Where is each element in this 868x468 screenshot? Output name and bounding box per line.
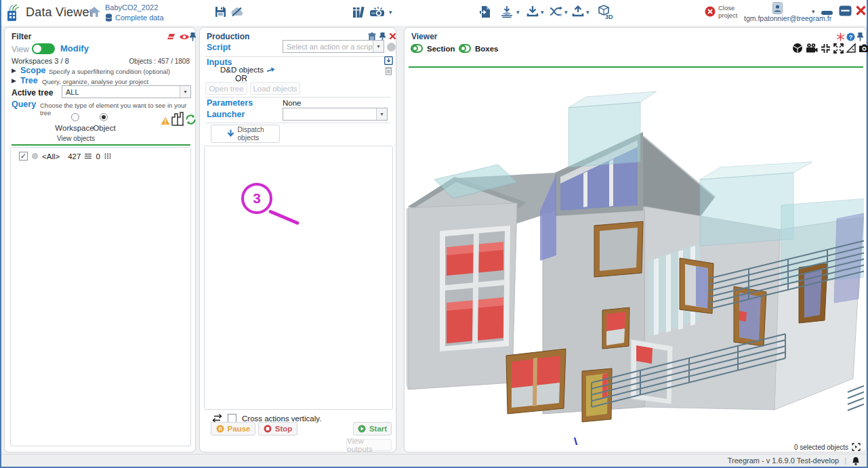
upload-caret[interactable]: ▾ bbox=[586, 9, 590, 16]
close-project-label[interactable]: Close project bbox=[718, 5, 738, 20]
shuffle-icon[interactable] bbox=[550, 6, 563, 17]
active-tree-select[interactable]: ALL ▾ bbox=[62, 85, 191, 98]
building-3d-model[interactable] bbox=[406, 68, 864, 445]
shuffle-caret[interactable]: ▾ bbox=[564, 9, 568, 16]
tree-list[interactable]: ✓ <All> 427 0 bbox=[10, 147, 191, 446]
filter-panel-title: Filter bbox=[12, 32, 31, 41]
cube-3d-icon[interactable]: 3D bbox=[598, 5, 614, 20]
measure-tool-icon[interactable] bbox=[846, 43, 856, 54]
workspace-radio[interactable] bbox=[71, 113, 79, 121]
projector-icon[interactable] bbox=[369, 6, 386, 18]
eraser-icon[interactable] bbox=[166, 33, 176, 41]
dnd-objects-row[interactable]: D&D objects bbox=[220, 66, 275, 74]
active-tree-label: Active tree bbox=[12, 88, 53, 98]
start-icon bbox=[358, 425, 366, 433]
section-toggle[interactable] bbox=[411, 44, 423, 53]
view-label: View bbox=[12, 45, 29, 54]
dispatch-button-label: Dispatch objects bbox=[238, 126, 264, 142]
download-caret[interactable]: ▾ bbox=[541, 9, 544, 16]
pin-icon[interactable] bbox=[856, 32, 864, 41]
help-icon[interactable]: ? bbox=[846, 33, 855, 41]
filter-panel: Filter View Modify Workspaces 3 / 8 Obje… bbox=[4, 27, 196, 452]
zoom-fit-in-icon[interactable] bbox=[821, 43, 831, 54]
status-bar: Treegram - v 1.6.9.0 Test-develop | bbox=[1, 454, 867, 467]
cloud-sync-disabled-icon[interactable] bbox=[230, 7, 245, 17]
boxes-toggle[interactable] bbox=[459, 44, 471, 53]
load-objects-button[interactable]: Load objects bbox=[250, 82, 300, 95]
eye-icon[interactable] bbox=[179, 33, 190, 41]
launcher-caret: ▾ bbox=[376, 108, 387, 120]
library-icon[interactable] bbox=[352, 5, 365, 18]
view-objects-label[interactable]: View objects bbox=[35, 135, 117, 142]
section-toggle-knob bbox=[412, 45, 418, 51]
top-toolbar: Data Viewer BabyCO2_2022 Complete data ▾… bbox=[1, 0, 867, 26]
production-panel-title: Production bbox=[207, 32, 249, 41]
start-button[interactable]: Start bbox=[353, 422, 392, 435]
import-stack-caret[interactable]: ▾ bbox=[516, 9, 520, 16]
object-radio[interactable] bbox=[100, 113, 108, 121]
projector-dropdown-caret[interactable]: ▾ bbox=[389, 9, 392, 16]
script-select[interactable]: Select an action or a script ▾ bbox=[283, 40, 384, 53]
scope-expander-icon[interactable]: ▶ bbox=[12, 67, 16, 74]
maximize-icon[interactable] bbox=[839, 5, 852, 16]
pause-button[interactable]: Pause bbox=[211, 422, 255, 435]
user-badge-icon[interactable] bbox=[772, 2, 783, 14]
building-view-icon[interactable] bbox=[171, 112, 184, 126]
modify-label[interactable]: Modify bbox=[60, 43, 89, 54]
scope-label[interactable]: Scope bbox=[20, 66, 46, 75]
project-data-link[interactable]: Complete data bbox=[115, 14, 164, 22]
dispatch-objects-button[interactable]: Dispatch objects bbox=[211, 125, 280, 143]
close-panel-icon[interactable] bbox=[389, 33, 396, 40]
minimize-icon[interactable] bbox=[821, 11, 833, 15]
import-onto-stack-icon[interactable] bbox=[500, 5, 514, 18]
dispatch-line2: objects bbox=[238, 134, 260, 142]
upload-icon[interactable] bbox=[572, 5, 584, 18]
pin-icon[interactable] bbox=[189, 32, 197, 41]
app-logo-icon bbox=[6, 3, 23, 22]
dnd-objects-label: D&D objects bbox=[220, 66, 264, 74]
section-toggle-label[interactable]: Section bbox=[427, 45, 455, 53]
account-dropdown-caret[interactable]: ▾ bbox=[812, 9, 815, 15]
orbit-cube-icon[interactable] bbox=[792, 43, 803, 54]
import-report-icon[interactable] bbox=[480, 5, 491, 18]
app-title: Data Viewer bbox=[26, 5, 94, 20]
tree-row-all[interactable]: ✓ <All> 427 0 bbox=[19, 152, 111, 161]
divider bbox=[205, 56, 390, 57]
refresh-icon[interactable] bbox=[185, 114, 197, 125]
view-modify-toggle[interactable] bbox=[32, 43, 55, 54]
zoom-extents-icon[interactable] bbox=[833, 43, 844, 54]
download-icon[interactable] bbox=[526, 5, 539, 18]
snapshot-camera-icon[interactable] bbox=[859, 43, 868, 53]
view-outputs-button[interactable]: View outputs bbox=[346, 439, 392, 451]
viewer-panel-title: Viewer bbox=[411, 32, 437, 41]
viewer-divider bbox=[409, 66, 863, 68]
notification-bell-icon[interactable] bbox=[852, 456, 860, 465]
view-outputs-label: View outputs bbox=[347, 437, 391, 453]
warning-icon bbox=[161, 116, 170, 125]
close-window-icon[interactable] bbox=[855, 5, 867, 16]
snowflake-icon[interactable] bbox=[836, 33, 845, 41]
stop-button[interactable]: Stop bbox=[258, 422, 297, 435]
launcher-select[interactable]: ▾ bbox=[283, 108, 388, 121]
close-project-icon[interactable] bbox=[705, 6, 716, 17]
list-lines-icon bbox=[85, 153, 91, 159]
object-radio-label[interactable]: Object bbox=[90, 124, 119, 132]
clear-inputs-trash-icon[interactable] bbox=[385, 66, 392, 75]
tree-label[interactable]: Tree bbox=[20, 76, 38, 85]
production-panel: Production Script Select an action or a … bbox=[199, 27, 396, 452]
tree-expander-icon[interactable]: ▶ bbox=[12, 77, 16, 84]
launcher-label: Launcher bbox=[207, 110, 245, 119]
svg-text:3D: 3D bbox=[605, 14, 613, 20]
open-tree-label: Open tree bbox=[209, 85, 243, 93]
open-tree-button[interactable]: Open tree bbox=[205, 82, 247, 95]
boxes-toggle-label[interactable]: Boxes bbox=[475, 45, 499, 53]
tree-row-checkbox[interactable]: ✓ bbox=[19, 152, 28, 161]
movie-camera-icon[interactable] bbox=[806, 43, 818, 53]
home-icon[interactable] bbox=[87, 6, 101, 18]
viewer-panel: Viewer ? Section Boxes bbox=[404, 27, 867, 452]
save-input-icon[interactable] bbox=[384, 56, 393, 65]
query-label[interactable]: Query bbox=[12, 100, 36, 109]
production-drop-area[interactable] bbox=[204, 146, 393, 410]
divider bbox=[205, 123, 390, 123]
save-icon[interactable] bbox=[215, 6, 226, 18]
